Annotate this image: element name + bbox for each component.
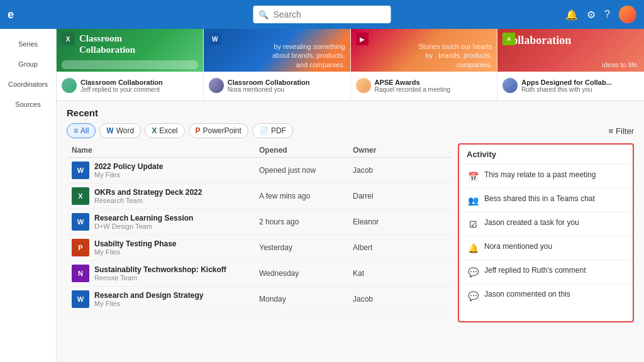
file-sub-2: D+W Design Team [94,222,193,230]
file-sub-4: Remote Team [94,274,226,282]
file-icon-word-2: W [72,213,89,231]
card-banner-3: ▶ Stories touch our hearts by . brands, … [351,29,497,72]
activity-item-5[interactable]: 💬 Jason commented on this [459,284,633,307]
file-info-1: OKRs and Strategy Deck 2022 Research Tea… [94,188,202,204]
featured-card-2[interactable]: W by revealing something about brands, p… [204,29,351,101]
filter-word-label: Word [116,126,134,135]
file-opened-4: Wednesday [259,269,353,278]
activity-text-4: Jeff replied to Ruth's comment [484,265,586,276]
activity-item-4[interactable]: 💬 Jeff replied to Ruth's comment [459,260,633,284]
file-owner-1: Darrel [353,192,447,200]
card-sub-1: Jeff replied to your comment [80,86,198,93]
file-info-3: Usabilty Testing Phase My Files [94,239,176,256]
search-input[interactable] [253,6,391,23]
settings-icon[interactable]: ⚙ [587,9,596,21]
table-row[interactable]: N Sustainablity Techworkshop: Kickoff Re… [67,261,452,287]
table-activity-row: Name Opened Owner W 2022 Policy Update M… [67,143,634,322]
card-avatar-4 [502,78,518,93]
search-bar: 🔍 [253,6,391,23]
card-avatar-1 [62,78,77,93]
featured-card-4[interactable]: Collaboration A ideas to life. Apps Desi… [497,29,644,101]
filter-word-button[interactable]: W Word [99,123,141,138]
filter-excel-label: Excel [159,126,177,135]
activity-text-2: Jason created a task for you [484,217,579,228]
card-banner-text-4: ideas to life. [602,60,639,69]
table-row[interactable]: W 2022 Policy Update My Files Opened jus… [67,158,452,184]
file-opened-2: 2 hours ago [259,217,353,226]
activity-panel: Activity 📅 This may relate to a past mee… [458,143,634,322]
file-name-5: Research and Design Strategy [94,291,203,300]
app-logo: e [8,8,26,21]
topbar-actions: 🔔 ⚙ ? [565,6,636,23]
table-row[interactable]: W Research Learning Session D+W Design T… [67,209,452,235]
search-icon: 🔍 [258,10,269,19]
pdf-filter-icon: 📄 [259,126,269,135]
filter-right[interactable]: ≡ Filter [609,126,634,136]
table-row[interactable]: X OKRs and Strategy Deck 2022 Research T… [67,184,452,209]
file-cell-1: X OKRs and Strategy Deck 2022 Research T… [72,187,259,205]
card-footer-info-4: Apps Designed for Collab... Ruth shared … [521,79,639,93]
filter-label: Filter [616,126,634,136]
card-footer-3: APSE Awards Raquel recorded a meeting [351,72,497,99]
sidebar-item-series[interactable]: Series [0,35,56,53]
activity-item-3[interactable]: 🔔 Nora mentioned you [459,236,633,260]
file-owner-3: Albert [353,243,447,252]
file-opened-1: A few mins ago [259,192,353,200]
file-name-3: Usabilty Testing Phase [94,239,176,248]
card-footer-4: Apps Designed for Collab... Ruth shared … [497,72,644,99]
filter-pdf-button[interactable]: 📄 PDF [252,123,293,138]
card-title-3: APSE Awards [375,79,492,86]
filter-pdf-label: PDF [271,126,286,135]
file-cell-0: W 2022 Policy Update My Files [72,162,259,179]
file-name-4: Sustainablity Techworkshop: Kickoff [94,265,226,274]
table-header: Name Opened Owner [67,143,452,158]
word-filter-icon: W [106,126,113,135]
card-banner-4: Collaboration A ideas to life. [497,29,644,72]
sidebar-item-group[interactable]: Group [0,55,56,73]
col-owner: Owner [353,146,447,155]
sidebar-item-sources[interactable]: Sources [0,96,56,113]
card-sub-2: Nora mentioned you [228,86,345,93]
filter-pp-button[interactable]: P PowerPoint [189,123,248,138]
excel-icon: X [62,33,74,45]
filter-excel-button[interactable]: X Excel [145,123,184,138]
activity-item-0[interactable]: 📅 This may relate to a past meeting [459,165,633,189]
featured-row: X ClassroomCollaboration Classroom Colla… [57,29,644,101]
table-row[interactable]: W Research and Design Strategy My Files … [67,287,452,312]
activity-item-1[interactable]: 👥 Bess shared this in a Teams chat [459,189,633,212]
activity-header: Activity [459,145,633,165]
col-opened: Opened [259,146,353,155]
file-name-2: Research Learning Session [94,214,193,222]
card-banner-text-2: by revealing something about brands, pro… [270,42,345,69]
featured-card-1[interactable]: X ClassroomCollaboration Classroom Colla… [57,29,204,101]
file-cell-5: W Research and Design Strategy My Files [72,290,259,308]
filter-all-button[interactable]: ≡ All [67,123,96,138]
file-info-2: Research Learning Session D+W Design Tea… [94,214,193,230]
recent-section: Recent ≡ All W Word X Excel P PowerPoint [57,101,644,362]
sidebar-item-coordinators[interactable]: Coordinators [0,75,56,93]
file-info-5: Research and Design Strategy My Files [94,291,203,307]
filter-lines-icon: ≡ [609,126,614,136]
featured-card-3[interactable]: ▶ Stories touch our hearts by . brands, … [351,29,498,101]
file-sub-3: My Files [94,248,176,256]
filter-row: ≡ All W Word X Excel P PowerPoint 📄 P [67,123,634,138]
help-icon[interactable]: ? [604,9,610,20]
card-sub-3: Raquel recorded a meeting [375,86,492,93]
sidebar: Series Group Coordinators Sources [0,29,57,362]
file-sub-1: Research Team [94,197,202,204]
activity-icon-1: 👥 [467,194,479,207]
activity-icon-5: 💬 [467,290,479,302]
topbar: e 🔍 🔔 ⚙ ? [0,0,644,29]
activity-icon-0: 📅 [467,170,479,183]
col-name: Name [72,146,259,155]
avatar[interactable] [619,6,636,23]
notification-icon[interactable]: 🔔 [565,9,578,21]
file-cell-4: N Sustainablity Techworkshop: Kickoff Re… [72,265,259,282]
file-icon-excel-1: X [72,187,89,205]
card-collab-text-1: ClassroomCollaboration [79,33,135,55]
table-row[interactable]: P Usabilty Testing Phase My Files Yester… [67,235,452,261]
pp-filter-icon: P [196,126,201,135]
file-icon-word-5: W [72,290,89,308]
activity-item-2[interactable]: ☑ Jason created a task for you [459,212,633,236]
file-owner-0: Jacob [353,166,447,175]
